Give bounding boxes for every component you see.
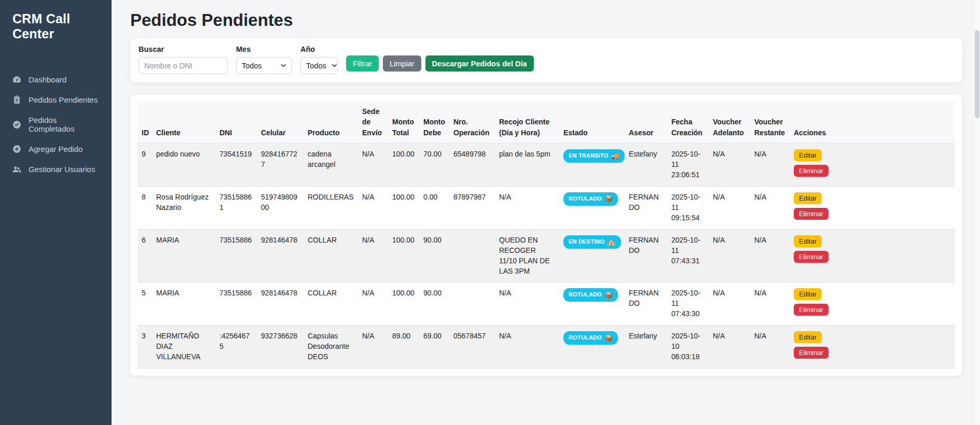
search-input[interactable] [139,57,228,74]
cell-producto: RODILLERAS [303,186,358,229]
cell-celular: 928146478 [257,229,303,282]
cell-voucher-restante: N/A [750,325,790,369]
sidebar-item-agregar-pedido[interactable]: Agregar Pedido [0,139,112,159]
cell-recojo: plan de las 5pm [495,143,559,186]
search-filter-group: Buscar [139,45,228,74]
sidebar-item-pedidos-completados[interactable]: Pedidos Completados [0,110,112,139]
chevron-down-icon [281,63,286,68]
cell-voucher-adelanto: N/A [709,186,750,229]
cell-dni: 73515886 [215,229,257,282]
sidebar-item-pedidos-pendientes[interactable]: Pedidos Pendientes [0,90,112,110]
column-header: Monto Total [388,101,419,143]
status-emoji-icon: 📦 [604,335,613,342]
column-header: Sede de Envío [358,101,388,143]
table-body: 9 pedido nuevo 73541519 9284167727 caden… [137,143,955,369]
cell-sede-envio: N/A [358,325,388,369]
column-header: Producto [303,101,358,143]
app-title: CRM Call Center [0,9,112,55]
cell-voucher-adelanto: N/A [709,229,750,282]
cell-celular: 51974980900 [257,186,303,229]
cell-monto-debe: 90.00 [419,282,449,325]
delete-button[interactable]: Eliminar [794,304,829,316]
cell-producto: COLLAR [303,229,358,282]
year-select-value: Todos [306,62,326,70]
year-label: Año [300,45,338,53]
clear-button[interactable]: Limpiar [383,55,421,72]
column-header: Fecha Creación [667,101,709,143]
month-label: Mes [236,45,292,53]
cell-id: 6 [137,229,152,282]
status-label: ROTULADO [569,334,602,342]
delete-button[interactable]: Eliminar [794,347,829,359]
cell-acciones: Editar Eliminar [790,282,955,325]
cell-nro-operacion [449,282,495,325]
sidebar-item-label: Gestionar Usuarios [29,165,95,174]
table-row: 8 Rosa Rodríguez Nazario 735158861 51974… [137,186,955,229]
scrollbar-thumb[interactable] [975,30,979,118]
column-header: ID [137,101,152,143]
cell-dni: :42564675 [215,325,257,369]
cell-celular: 9284167727 [257,143,303,186]
table-row: 9 pedido nuevo 73541519 9284167727 caden… [137,143,955,186]
sidebar-item-dashboard[interactable]: Dashboard [0,69,112,90]
download-orders-button[interactable]: Descargar Pedidos del Día [425,55,534,72]
sidebar-nav: DashboardPedidos PendientesPedidos Compl… [0,69,112,179]
cell-nro-operacion: 05678457 [449,325,495,369]
cell-id: 5 [137,282,152,325]
chevron-down-icon [332,63,337,68]
orders-table: IDClienteDNICelularProductoSede de Envío… [137,101,955,369]
column-header: Cliente [152,101,215,143]
cell-voucher-adelanto: N/A [709,325,750,369]
status-label: EN TRANSITO [569,152,609,160]
cell-fecha-creacion: 2025-10-11 07:43:31 [667,229,709,282]
status-label: ROTULADO [569,195,602,203]
sidebar-item-gestionar-usuarios[interactable]: Gestionar Usuarios [0,159,112,179]
month-select-value: Todos [242,62,262,70]
status-badge: EN DESTINO 🏤 [563,235,621,249]
delete-button[interactable]: Eliminar [794,165,829,177]
edit-button[interactable]: Editar [794,235,822,247]
cell-recojo: N/A [495,186,559,229]
year-select[interactable]: Todos [300,57,338,74]
edit-button[interactable]: Editar [794,288,822,300]
edit-button[interactable]: Editar [794,192,822,204]
cell-monto-debe: 90.00 [419,229,449,282]
cell-monto-debe: 70.00 [419,143,449,186]
cell-monto-debe: 0.00 [419,186,449,229]
cell-cliente: MARIA [152,282,215,325]
edit-button[interactable]: Editar [794,331,822,343]
cell-monto-total: 100.00 [388,229,419,282]
cell-nro-operacion: 65489798 [449,143,495,186]
sidebar-item-label: Dashboard [29,75,66,84]
edit-button[interactable]: Editar [794,149,822,161]
status-label: ROTULADO [569,291,602,299]
cell-monto-total: 89.00 [388,325,419,369]
cell-cliente: HERMITAÑO DIAZ VILLANUEVA [152,325,215,369]
month-select[interactable]: Todos [236,57,292,74]
status-emoji-icon: 📦 [604,195,613,202]
table-row: 3 HERMITAÑO DIAZ VILLANUEVA :42564675 93… [137,325,955,369]
status-badge: ROTULADO 📦 [563,192,618,206]
cell-fecha-creacion: 2025-10-11 23:06:51 [667,143,709,186]
status-emoji-icon: 🚚 [611,152,619,159]
filter-button[interactable]: Filtrar [346,55,379,72]
column-header: Voucher Adelanto [709,101,750,143]
cell-asesor: Estefany [625,325,667,369]
page-title: Pedidos Pendientes [130,10,962,30]
cell-fecha-creacion: 2025-10-11 09:15:54 [667,186,709,229]
gauge-icon [12,75,21,84]
cell-acciones: Editar Eliminar [790,186,955,229]
cell-voucher-restante: N/A [750,186,790,229]
page-scrollbar[interactable] [973,0,980,425]
delete-button[interactable]: Eliminar [794,251,829,263]
column-header: Estado [559,101,625,143]
search-label: Buscar [139,45,228,53]
cell-recojo: N/A [495,282,559,325]
delete-button[interactable]: Eliminar [794,208,829,220]
cell-asesor: FERNANDO [625,229,667,282]
sidebar-item-label: Pedidos Pendientes [29,95,98,104]
cell-fecha-creacion: 2025-10-10 06:03:18 [667,325,709,369]
cell-sede-envio: N/A [358,186,388,229]
cell-sede-envio: N/A [358,282,388,325]
status-badge: EN TRANSITO 🚚 [563,149,625,163]
